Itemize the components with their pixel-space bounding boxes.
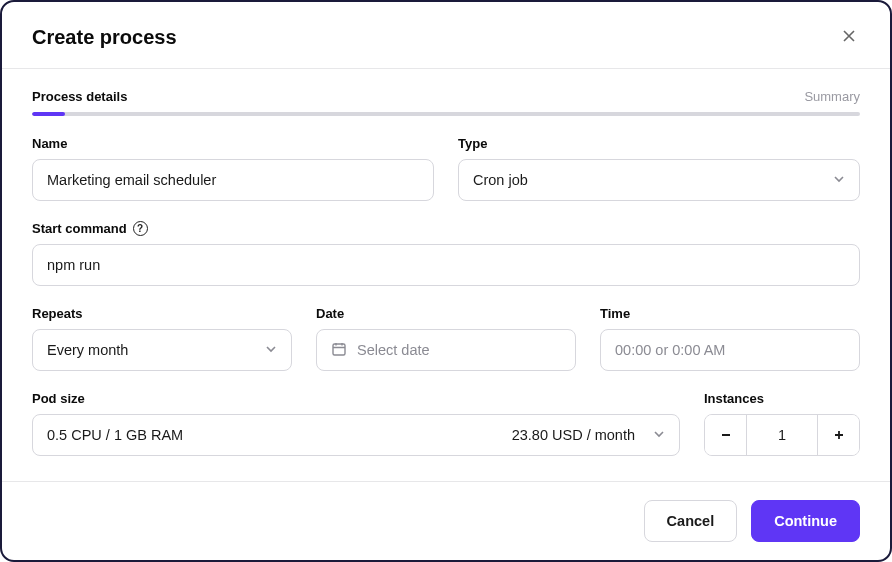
type-value: Cron job: [473, 172, 528, 188]
progress-fill: [32, 112, 65, 116]
minus-icon: [720, 425, 732, 446]
chevron-down-icon: [265, 342, 277, 358]
help-icon[interactable]: ?: [133, 221, 148, 236]
modal-footer: Cancel Continue: [2, 481, 890, 560]
instances-label: Instances: [704, 391, 860, 406]
form-body: Name Type Cron job Start command ?: [2, 116, 890, 481]
repeats-select[interactable]: Every month: [32, 329, 292, 371]
repeats-field: Repeats Every month: [32, 306, 292, 371]
pod-size-value: 0.5 CPU / 1 GB RAM: [47, 427, 183, 443]
start-command-field: Start command ?: [32, 221, 860, 286]
date-placeholder: Select date: [357, 342, 430, 358]
instances-field: Instances 1: [704, 391, 860, 456]
step-next: Summary: [804, 89, 860, 104]
time-input[interactable]: [600, 329, 860, 371]
modal-title: Create process: [32, 26, 177, 49]
date-label: Date: [316, 306, 576, 321]
chevron-down-icon: [653, 427, 665, 443]
pod-size-select[interactable]: 0.5 CPU / 1 GB RAM 23.80 USD / month: [32, 414, 680, 456]
repeats-label: Repeats: [32, 306, 292, 321]
repeats-value: Every month: [47, 342, 128, 358]
type-select[interactable]: Cron job: [458, 159, 860, 201]
name-field: Name: [32, 136, 434, 201]
svg-rect-0: [333, 344, 345, 355]
type-label: Type: [458, 136, 860, 151]
cancel-button[interactable]: Cancel: [644, 500, 738, 542]
continue-button[interactable]: Continue: [751, 500, 860, 542]
type-field: Type Cron job: [458, 136, 860, 201]
instances-increment[interactable]: [817, 415, 859, 455]
modal-header: Create process: [2, 2, 890, 68]
calendar-icon: [331, 341, 347, 360]
close-icon: [842, 27, 856, 47]
step-current: Process details: [32, 89, 127, 104]
pod-size-field: Pod size 0.5 CPU / 1 GB RAM 23.80 USD / …: [32, 391, 680, 456]
instances-value: 1: [747, 415, 817, 455]
name-input[interactable]: [32, 159, 434, 201]
plus-icon: [833, 425, 845, 446]
start-command-label: Start command ?: [32, 221, 860, 236]
name-label: Name: [32, 136, 434, 151]
date-input[interactable]: Select date: [316, 329, 576, 371]
instances-decrement[interactable]: [705, 415, 747, 455]
steps-nav: Process details Summary: [2, 69, 890, 112]
close-button[interactable]: [838, 24, 860, 50]
time-field: Time: [600, 306, 860, 371]
pod-size-price: 23.80 USD / month: [512, 427, 635, 443]
chevron-down-icon: [833, 172, 845, 188]
pod-size-label: Pod size: [32, 391, 680, 406]
date-field: Date Select date: [316, 306, 576, 371]
start-command-input[interactable]: [32, 244, 860, 286]
create-process-modal: Create process Process details Summary N…: [0, 0, 892, 562]
time-label: Time: [600, 306, 860, 321]
instances-stepper: 1: [704, 414, 860, 456]
progress-bar: [32, 112, 860, 116]
